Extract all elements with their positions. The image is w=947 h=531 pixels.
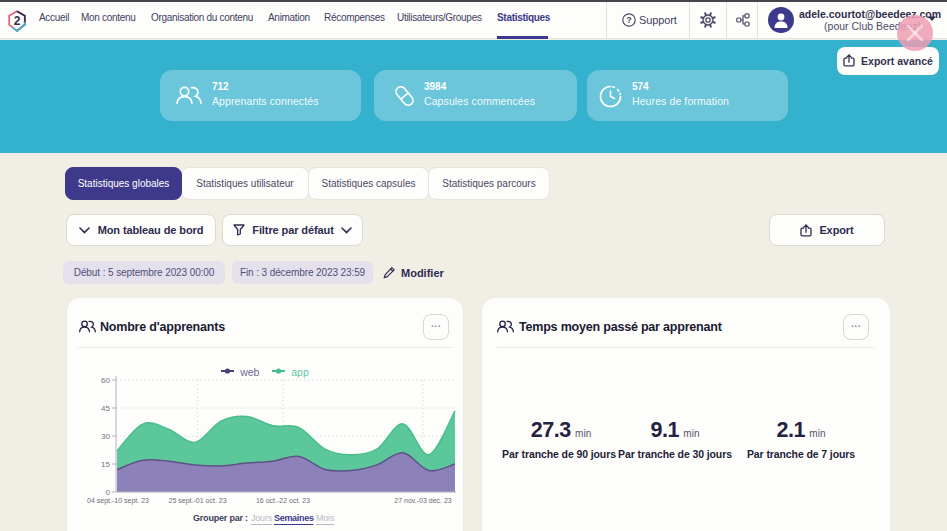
svg-text:15: 15 xyxy=(101,460,110,469)
svg-text:60: 60 xyxy=(101,376,110,385)
svg-text:27 nov.-03 dec. 23: 27 nov.-03 dec. 23 xyxy=(394,497,452,504)
svg-text:25 sept.-01 oct. 23: 25 sept.-01 oct. 23 xyxy=(169,497,227,505)
svg-text:45: 45 xyxy=(101,404,110,413)
svg-text:2: 2 xyxy=(14,14,21,28)
svg-text:16 oct.-22 oct. 23: 16 oct.-22 oct. 23 xyxy=(256,497,310,504)
svg-text:04 sept.-10 sept. 23: 04 sept.-10 sept. 23 xyxy=(87,497,149,505)
svg-text:?: ? xyxy=(626,15,632,25)
svg-text:0: 0 xyxy=(106,488,111,497)
svg-text:30: 30 xyxy=(101,432,110,441)
